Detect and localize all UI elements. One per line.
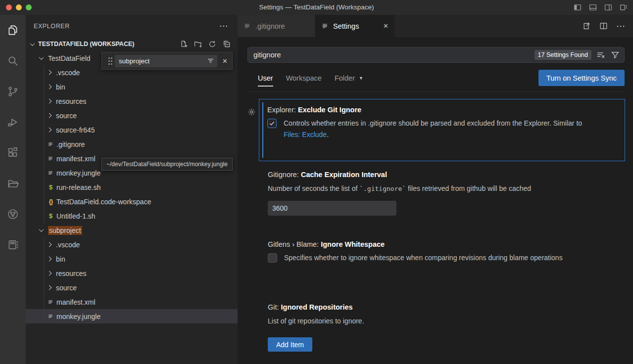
tree-item-label: .gitignore (56, 140, 85, 148)
tree-item-run-release-sh[interactable]: $run-release.sh (26, 180, 238, 194)
tree-item-resources[interactable]: resources (26, 94, 238, 108)
tree-item-label: manifest.xml (56, 298, 96, 306)
activity-bar-item-explorer[interactable] (0, 15, 26, 46)
setting-checkbox[interactable] (267, 119, 277, 128)
tree-item-label: Untitled-1.sh (56, 212, 96, 220)
setting-title: Gitlens › Blame: Ignore Whitespace (268, 240, 615, 248)
more-actions-icon[interactable]: ⋯ (219, 22, 228, 30)
folder-explorer-icon (6, 177, 19, 190)
chevron-right-icon (47, 128, 52, 133)
titlebar-layout-actions (573, 0, 628, 15)
notebook-icon (6, 238, 19, 251)
tree-find-input[interactable] (115, 55, 217, 67)
close-window-button[interactable] (6, 4, 12, 10)
tree-item-source-fr645[interactable]: source-fr645 (26, 123, 238, 137)
section-actions (179, 40, 231, 48)
search-icon (6, 54, 19, 67)
tree-item-resources[interactable]: resources (26, 266, 238, 280)
open-settings-json-icon[interactable] (582, 21, 591, 31)
run-and-debug-icon (6, 116, 19, 129)
sidebar-title: EXPLORER (34, 23, 70, 30)
tree-item-label: resources (56, 270, 86, 277)
layout-panel-icon[interactable] (588, 3, 597, 12)
file-icon (48, 170, 54, 177)
new-folder-icon[interactable] (194, 40, 202, 48)
layout-sidebar-left-icon[interactable] (573, 3, 582, 12)
vscode-window: Settings — TestDataField (Workspace) EXP… (0, 0, 633, 364)
minimize-window-button[interactable] (16, 4, 22, 10)
close-icon[interactable]: ✕ (222, 57, 228, 65)
settings-list: Explorer: Exclude Git IgnoreControls whe… (238, 37, 633, 364)
activity-bar-item-remote-graph[interactable] (0, 199, 26, 229)
tree-item-label: monkey.jungle (56, 169, 100, 177)
activity-bar-item-notebook[interactable] (0, 229, 26, 260)
new-file-icon[interactable] (179, 40, 188, 48)
chevron-right-icon (47, 271, 52, 276)
activity-bar-item-run-and-debug[interactable] (0, 107, 26, 137)
collapse-all-icon[interactable] (222, 40, 231, 48)
filter-icon[interactable] (206, 56, 216, 66)
path-tooltip: ~/dev/TestDataField/subproject/monkey.ju… (101, 158, 233, 171)
tree-item-subproject[interactable]: subproject (26, 223, 238, 237)
more-actions-icon[interactable]: ⋯ (616, 22, 625, 31)
extensions-icon (6, 146, 19, 159)
tree-item-source[interactable]: source (26, 280, 238, 295)
refresh-icon[interactable] (208, 40, 217, 48)
tree-item-label: .vscode (56, 69, 80, 77)
setting-text-input[interactable] (268, 201, 396, 216)
setting-git-ignored-repositories: Git: Ignored RepositoriesList of git rep… (268, 303, 615, 352)
source-control-icon (6, 85, 19, 98)
activity-bar-item-extensions[interactable] (0, 137, 26, 168)
chevron-down-icon (39, 55, 44, 60)
activity-bar (0, 15, 26, 364)
activity-bar-item-folder-explorer[interactable] (0, 168, 26, 199)
tree-item-label: .vscode (56, 241, 80, 249)
chevron-right-icon (47, 85, 52, 90)
tree-item-label: source (56, 284, 77, 292)
layout-customize-icon[interactable] (619, 3, 628, 12)
close-icon[interactable]: ✕ (383, 22, 389, 30)
add-item-button[interactable]: Add Item (268, 337, 312, 352)
chevron-down-icon (39, 227, 44, 232)
layout-sidebar-right-icon[interactable] (604, 3, 613, 12)
file-icon (48, 141, 54, 148)
activity-bar-item-search[interactable] (0, 46, 26, 76)
tree-item-manifest-xml[interactable]: manifest.xml (26, 295, 238, 309)
zoom-window-button[interactable] (26, 4, 32, 10)
tree-item-testdatafield-code-workspace[interactable]: {}TestDataField.code-workspace (26, 194, 238, 209)
sidebar-header: EXPLORER ⋯ (26, 15, 238, 37)
setting-description: List of git repositories to ignore. (268, 316, 615, 327)
tab-gitignore[interactable]: .gitignore (238, 15, 315, 37)
tree-item-source[interactable]: source (26, 108, 238, 123)
file-icon (48, 299, 54, 306)
chevron-right-icon (47, 242, 52, 247)
setting-title: Git: Ignored Repositories (268, 303, 615, 311)
file-icon (48, 313, 54, 320)
tree-item-label: bin (56, 83, 65, 91)
workspace-section-header[interactable]: TESTDATAFIELD (WORKSPACE) (26, 37, 238, 51)
shell-script-file-icon: $ (48, 212, 54, 220)
activity-bar-item-source-control[interactable] (0, 76, 26, 107)
tab-label: .gitignore (255, 22, 285, 30)
setting-link[interactable]: Files: Exclude (284, 131, 327, 138)
tree-item-label: source-fr645 (56, 126, 95, 134)
window-title: Settings — TestDataField (Workspace) (0, 0, 633, 15)
tree-item-monkey-jungle[interactable]: monkey.jungle (26, 309, 238, 323)
tree-item-gitignore[interactable]: .gitignore (26, 137, 238, 151)
setting-gitlens-blame-ignore-whitespace: Gitlens › Blame: Ignore WhitespaceSpecif… (268, 240, 615, 264)
setting-description: Number of seconds the list of `.gitignor… (268, 183, 615, 194)
split-editor-icon[interactable] (599, 21, 608, 31)
tree-item-vscode[interactable]: .vscode (26, 237, 238, 252)
tree-item-bin[interactable]: bin (26, 252, 238, 266)
tab-settings[interactable]: Settings ✕ (315, 15, 394, 37)
tree-find-widget: ✕ (101, 52, 233, 70)
tree-item-bin[interactable]: bin (26, 80, 238, 94)
tree-item-label: TestDataField.code-workspace (56, 198, 151, 206)
drag-grip-icon[interactable] (108, 60, 110, 62)
tree-item-untitled-1-sh[interactable]: $Untitled-1.sh (26, 209, 238, 223)
shell-script-file-icon: $ (48, 183, 54, 191)
settings-editor: 17 Settings Found User Workspace Folder … (238, 37, 633, 364)
setting-checkbox[interactable] (268, 253, 277, 263)
tab-bar: .gitignore Settings ✕ ⋯ (238, 15, 633, 37)
tree-item-label: run-release.sh (56, 183, 101, 191)
